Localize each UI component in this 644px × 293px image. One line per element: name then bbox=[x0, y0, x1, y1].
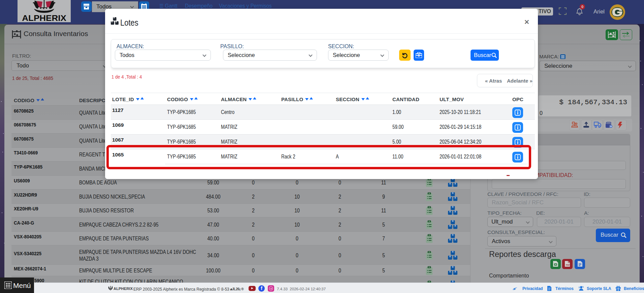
svg-text:PDF: PDF bbox=[566, 264, 570, 266]
